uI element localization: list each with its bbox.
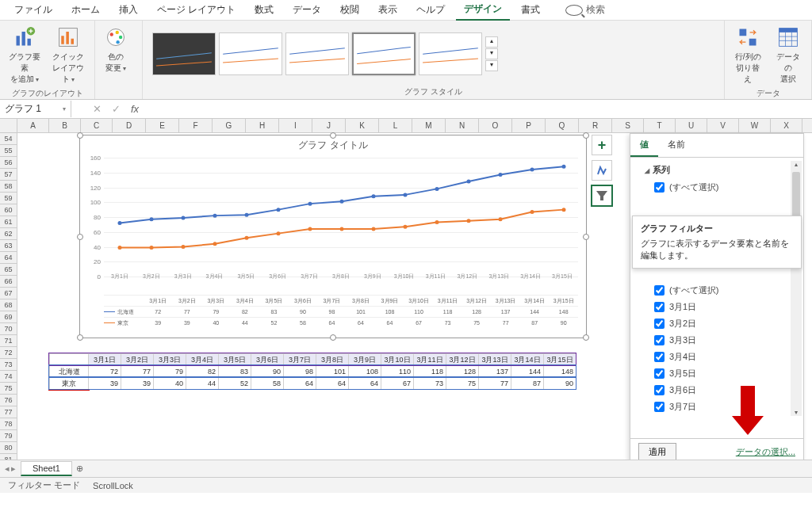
col-header-N[interactable]: N bbox=[446, 119, 479, 132]
row-header-63[interactable]: 63 bbox=[0, 240, 17, 252]
ribbon-tab-表示[interactable]: 表示 bbox=[370, 0, 405, 20]
row-header-66[interactable]: 66 bbox=[0, 276, 17, 288]
col-header-I[interactable]: I bbox=[279, 119, 312, 132]
ribbon-tab-数式[interactable]: 数式 bbox=[247, 0, 282, 20]
row-header-75[interactable]: 75 bbox=[0, 383, 17, 395]
col-header-W[interactable]: W bbox=[739, 119, 771, 132]
col-header-X[interactable]: X bbox=[771, 119, 802, 132]
filter-item[interactable]: 3月3日 bbox=[637, 332, 797, 349]
row-header-70[interactable]: 70 bbox=[0, 323, 17, 335]
ribbon-tab-ページ レイアウト[interactable]: ページ レイアウト bbox=[149, 0, 243, 20]
col-header-Q[interactable]: Q bbox=[546, 119, 579, 132]
filter-item[interactable]: 3月5日 bbox=[637, 365, 797, 382]
row-header-57[interactable]: 57 bbox=[0, 169, 17, 181]
filter-select-all-category[interactable]: (すべて選択) bbox=[637, 282, 797, 299]
name-box[interactable]: グラフ 1▾ bbox=[0, 101, 71, 117]
ribbon-tab-ヘルプ[interactable]: ヘルプ bbox=[408, 0, 453, 20]
col-header-A[interactable]: A bbox=[17, 119, 49, 132]
select-data-link[interactable]: データの選択... bbox=[736, 446, 795, 458]
row-header-65[interactable]: 65 bbox=[0, 264, 17, 276]
filter-apply-button[interactable]: 適用 bbox=[638, 443, 676, 460]
filter-item[interactable]: 3月7日 bbox=[637, 399, 797, 415]
gallery-more-button[interactable]: ▾ bbox=[485, 60, 498, 71]
chart-filter-button[interactable] bbox=[592, 185, 612, 206]
row-header-68[interactable]: 68 bbox=[0, 299, 17, 311]
select-data-button[interactable]: データの 選択 bbox=[770, 23, 807, 86]
row-header-73[interactable]: 73 bbox=[0, 359, 17, 371]
col-header-U[interactable]: U bbox=[676, 119, 707, 132]
row-header-54[interactable]: 54 bbox=[0, 133, 17, 145]
filter-tab-values[interactable]: 値 bbox=[630, 134, 658, 157]
ribbon-tab-データ[interactable]: データ bbox=[285, 0, 329, 20]
row-header-79[interactable]: 79 bbox=[0, 430, 17, 442]
row-header-76[interactable]: 76 bbox=[0, 395, 17, 406]
row-header-78[interactable]: 78 bbox=[0, 418, 17, 430]
col-header-K[interactable]: K bbox=[346, 119, 379, 132]
ribbon-tab-挿入[interactable]: 挿入 bbox=[111, 0, 146, 20]
formula-enter-button[interactable]: ✓ bbox=[106, 103, 125, 115]
filter-select-all-series[interactable]: (すべて選択) bbox=[637, 179, 797, 196]
col-header-M[interactable]: M bbox=[412, 119, 446, 132]
row-header-61[interactable]: 61 bbox=[0, 216, 17, 228]
filter-item[interactable]: 3月4日 bbox=[637, 349, 797, 365]
select-all-corner[interactable] bbox=[0, 119, 17, 132]
chart-style-1[interactable] bbox=[152, 32, 216, 75]
col-header-E[interactable]: E bbox=[146, 119, 179, 132]
filter-item[interactable]: 3月2日 bbox=[637, 315, 797, 332]
gallery-up-button[interactable]: ▴ bbox=[485, 36, 498, 48]
col-header-D[interactable]: D bbox=[113, 119, 146, 132]
ribbon-tab-書式[interactable]: 書式 bbox=[513, 0, 548, 20]
change-colors-button[interactable]: 色の 変更 bbox=[100, 23, 132, 75]
col-header-J[interactable]: J bbox=[312, 119, 346, 132]
ribbon-tab-デザイン[interactable]: デザイン bbox=[456, 0, 510, 21]
filter-section-series[interactable]: 系列 bbox=[637, 161, 797, 179]
formula-input[interactable] bbox=[144, 108, 812, 111]
col-header-R[interactable]: R bbox=[579, 119, 612, 132]
row-header-58[interactable]: 58 bbox=[0, 181, 17, 193]
row-header-55[interactable]: 55 bbox=[0, 145, 17, 157]
add-chart-element-button[interactable]: グラフ要素 を追加 bbox=[5, 23, 44, 86]
chart-style-4[interactable] bbox=[352, 32, 416, 75]
chart-style-button[interactable] bbox=[592, 160, 612, 181]
row-header-80[interactable]: 80 bbox=[0, 442, 17, 454]
row-header-67[interactable]: 67 bbox=[0, 288, 17, 299]
source-data-table[interactable]: 3月1日3月2日3月3日3月4日3月5日3月6日3月7日3月8日3月9日3月10… bbox=[49, 353, 576, 389]
row-header-56[interactable]: 56 bbox=[0, 157, 17, 169]
chart-style-2[interactable] bbox=[219, 32, 282, 75]
row-header-81[interactable]: 81 bbox=[0, 454, 17, 460]
row-header-71[interactable]: 71 bbox=[0, 335, 17, 347]
add-sheet-button[interactable]: ⊕ bbox=[72, 464, 88, 474]
ribbon-tab-ファイル[interactable]: ファイル bbox=[6, 0, 60, 20]
filter-item[interactable]: 3月6日 bbox=[637, 382, 797, 399]
tab-nav-next[interactable]: ▸ bbox=[11, 464, 16, 474]
col-header-T[interactable]: T bbox=[644, 119, 676, 132]
sheet-tab-active[interactable]: Sheet1 bbox=[21, 461, 72, 476]
row-header-69[interactable]: 69 bbox=[0, 311, 17, 323]
filter-tab-names[interactable]: 名前 bbox=[658, 134, 695, 157]
embedded-chart[interactable]: グラフ タイトル 020406080100120140160 3月1日3月2日3… bbox=[79, 135, 587, 338]
col-header-L[interactable]: L bbox=[379, 119, 412, 132]
formula-cancel-button[interactable]: ✕ bbox=[87, 103, 106, 115]
col-header-P[interactable]: P bbox=[512, 119, 546, 132]
switch-row-col-button[interactable]: 行/列の 切り替え bbox=[730, 23, 767, 86]
tab-nav-prev[interactable]: ◂ bbox=[5, 464, 10, 474]
ribbon-tab-ホーム[interactable]: ホーム bbox=[63, 0, 108, 20]
col-header-H[interactable]: H bbox=[246, 119, 279, 132]
row-header-62[interactable]: 62 bbox=[0, 228, 17, 240]
chart-style-3[interactable] bbox=[285, 32, 349, 75]
col-header-G[interactable]: G bbox=[213, 119, 246, 132]
col-header-F[interactable]: F bbox=[179, 119, 213, 132]
row-header-64[interactable]: 64 bbox=[0, 252, 17, 264]
col-header-B[interactable]: B bbox=[49, 119, 81, 132]
row-header-59[interactable]: 59 bbox=[0, 193, 17, 204]
col-header-O[interactable]: O bbox=[479, 119, 512, 132]
col-header-C[interactable]: C bbox=[81, 119, 113, 132]
ribbon-tab-校閲[interactable]: 校閲 bbox=[332, 0, 367, 20]
row-header-77[interactable]: 77 bbox=[0, 406, 17, 418]
chart-elements-button[interactable]: + bbox=[592, 135, 612, 155]
chart-style-5[interactable] bbox=[419, 32, 482, 75]
gallery-down-button[interactable]: ▾ bbox=[485, 48, 498, 59]
col-header-S[interactable]: S bbox=[612, 119, 644, 132]
row-header-72[interactable]: 72 bbox=[0, 347, 17, 359]
filter-item[interactable]: 3月1日 bbox=[637, 299, 797, 315]
